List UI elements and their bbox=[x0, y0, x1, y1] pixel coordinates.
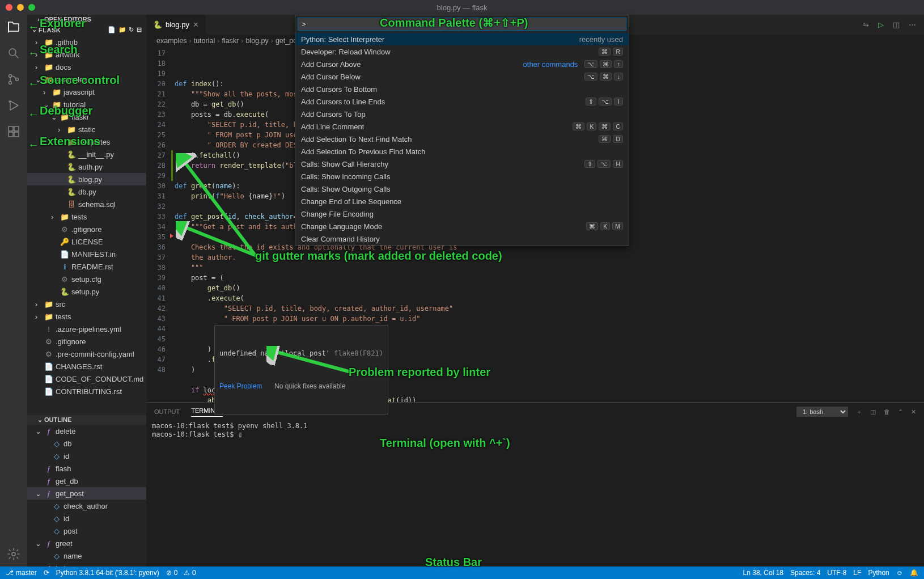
status-encoding[interactable]: UTF-8 bbox=[827, 569, 846, 577]
refresh-icon[interactable]: ↻ bbox=[129, 26, 134, 33]
outline-header[interactable]: ⌄ OUTLINE bbox=[27, 415, 146, 425]
close-panel-icon[interactable]: ✕ bbox=[911, 408, 916, 416]
outline-item[interactable]: ⌄ƒindex bbox=[27, 562, 146, 567]
outline-item[interactable]: ⌄ƒgreet bbox=[27, 537, 146, 550]
terminal-selector[interactable]: 1: bash bbox=[796, 407, 848, 417]
palette-item[interactable]: Calls: Show Outgoing Calls bbox=[295, 183, 629, 195]
split-terminal-icon[interactable]: ◫ bbox=[870, 408, 876, 416]
open-editors-header[interactable]: ›OPEN EDITORS bbox=[27, 15, 146, 24]
tree-item[interactable]: 🐍db.py bbox=[27, 185, 146, 198]
palette-item[interactable]: Add Selection To Previous Find Match bbox=[295, 145, 629, 158]
tree-item[interactable]: ⚙.pre-commit-config.yaml bbox=[27, 348, 146, 360]
peek-problem-link[interactable]: Peek Problem bbox=[219, 382, 262, 390]
tree-item[interactable]: 📄MANIFEST.in bbox=[27, 248, 146, 260]
tree-item[interactable]: 📄CONTRIBUTING.rst bbox=[27, 385, 146, 398]
palette-item[interactable]: Add Cursor Aboveother commands ⌥⌘↑ bbox=[295, 58, 629, 70]
new-file-icon[interactable]: 📄 bbox=[108, 26, 116, 33]
status-language[interactable]: Python bbox=[868, 569, 889, 577]
tree-item[interactable]: ⌄📁flaskr bbox=[27, 111, 146, 123]
more-icon[interactable]: ⋯ bbox=[909, 20, 916, 29]
tree-item[interactable]: ⚙.gitignore bbox=[27, 223, 146, 235]
outline-item[interactable]: ƒflash bbox=[27, 462, 146, 475]
tree-item[interactable]: 📄CODE_OF_CONDUCT.md bbox=[27, 373, 146, 385]
outline-item[interactable]: ⌄ƒdelete bbox=[27, 425, 146, 437]
palette-item[interactable]: Clear Command History bbox=[295, 233, 629, 245]
tree-item[interactable]: ›📁.github bbox=[27, 36, 146, 48]
kill-terminal-icon[interactable]: 🗑 bbox=[884, 408, 890, 415]
palette-item[interactable]: Change File Encoding bbox=[295, 208, 629, 220]
status-python-interpreter[interactable]: Python 3.8.1 64-bit ('3.8.1': pyenv) bbox=[56, 569, 159, 577]
palette-item[interactable]: Python: Select Interpreterrecently used bbox=[295, 33, 629, 45]
tree-item[interactable]: ⌄📁examples bbox=[27, 73, 146, 86]
palette-item[interactable]: Add Cursors to Line Ends⇧⌥I bbox=[295, 95, 629, 108]
palette-item[interactable]: Add Cursors To Top bbox=[295, 108, 629, 120]
status-errors[interactable]: ⊘ 0 ⚠ 0 bbox=[166, 569, 196, 577]
close-window-icon[interactable] bbox=[6, 4, 12, 11]
extensions-icon[interactable] bbox=[7, 125, 20, 138]
breadcrumb-item[interactable]: blog.py bbox=[245, 37, 268, 45]
palette-item[interactable]: Add Cursor Below⌥⌘↓ bbox=[295, 70, 629, 83]
palette-item[interactable]: Change End of Line Sequence bbox=[295, 195, 629, 208]
status-feedback-icon[interactable]: ☺ bbox=[896, 569, 903, 577]
palette-item[interactable]: Add Cursors To Bottom bbox=[295, 83, 629, 95]
palette-item[interactable]: Add Selection To Next Find Match⌘D bbox=[295, 133, 629, 145]
status-indentation[interactable]: Spaces: 4 bbox=[790, 569, 820, 577]
outline-item[interactable]: ◇post bbox=[27, 525, 146, 537]
tree-item[interactable]: ›📁templates bbox=[27, 136, 146, 148]
palette-item[interactable]: Change Language Mode⌘KM bbox=[295, 220, 629, 233]
outline-item[interactable]: ◇id bbox=[27, 512, 146, 525]
maximize-window-icon[interactable] bbox=[28, 4, 35, 11]
explorer-icon[interactable] bbox=[7, 20, 20, 34]
debug-icon[interactable] bbox=[7, 99, 20, 112]
palette-item[interactable]: Calls: Show Incoming Calls bbox=[295, 170, 629, 183]
palette-item[interactable]: Developer: Reload Window⌘R bbox=[295, 45, 629, 58]
tree-item[interactable]: ›📁tests bbox=[27, 310, 146, 323]
source-control-icon[interactable] bbox=[7, 73, 20, 86]
breadcrumb-item[interactable]: tutorial bbox=[194, 37, 215, 45]
outline-item[interactable]: ◇id bbox=[27, 450, 146, 462]
status-eol[interactable]: LF bbox=[853, 569, 861, 577]
close-tab-icon[interactable]: ✕ bbox=[193, 20, 199, 29]
tree-item[interactable]: ›📁static bbox=[27, 123, 146, 136]
tree-item[interactable]: 🐍blog.py bbox=[27, 173, 146, 185]
minimap[interactable] bbox=[862, 47, 924, 402]
split-editor-icon[interactable]: ◫ bbox=[893, 20, 900, 29]
status-git-branch[interactable]: ⎇ master bbox=[6, 569, 37, 577]
search-icon[interactable] bbox=[7, 47, 20, 60]
maximize-panel-icon[interactable]: ⌃ bbox=[898, 408, 903, 416]
tree-item[interactable]: 🐍__init__.py bbox=[27, 148, 146, 160]
palette-item[interactable]: Add Line Comment⌘K⌘C bbox=[295, 120, 629, 133]
tree-item[interactable]: 🔑LICENSE bbox=[27, 235, 146, 248]
compare-changes-icon[interactable]: ⇋ bbox=[863, 20, 869, 29]
tree-item[interactable]: ›📁src bbox=[27, 298, 146, 310]
tree-item[interactable]: ›📁tests bbox=[27, 210, 146, 223]
command-palette-input[interactable] bbox=[298, 18, 626, 31]
breadcrumb-item[interactable]: examples bbox=[156, 37, 187, 45]
panel-tab-output[interactable]: OUTPUT bbox=[154, 408, 180, 415]
tree-item[interactable]: !.azure-pipelines.yml bbox=[27, 323, 146, 335]
palette-item[interactable]: Calls: Show Call Hierarchy⇧⌥H bbox=[295, 158, 629, 170]
tree-item[interactable]: ⚙.gitignore bbox=[27, 335, 146, 348]
outline-item[interactable]: ◇db bbox=[27, 437, 146, 450]
tree-item[interactable]: 🐍setup.py bbox=[27, 285, 146, 298]
outline-item[interactable]: ƒget_db bbox=[27, 475, 146, 487]
breadcrumb-item[interactable]: flaskr bbox=[222, 37, 239, 45]
status-sync[interactable]: ⟳ bbox=[44, 569, 49, 577]
new-folder-icon[interactable]: 📁 bbox=[118, 26, 127, 33]
outline-item[interactable]: ◇name bbox=[27, 550, 146, 562]
status-bell-icon[interactable]: 🔔 bbox=[910, 569, 918, 577]
status-cursor-pos[interactable]: Ln 38, Col 18 bbox=[743, 569, 783, 577]
outline-item[interactable]: ◇check_author bbox=[27, 500, 146, 512]
tree-item[interactable]: ›📁docs bbox=[27, 61, 146, 73]
terminal-body[interactable]: macos-10:flask test$ pyenv shell 3.8.1ma… bbox=[146, 421, 924, 567]
tree-item[interactable]: 🐍auth.py bbox=[27, 160, 146, 173]
tree-item[interactable]: 🗄schema.sql bbox=[27, 198, 146, 210]
tree-item[interactable]: ⚙setup.cfg bbox=[27, 273, 146, 285]
tree-item[interactable]: ⌄📁tutorial bbox=[27, 98, 146, 111]
tree-item[interactable]: ›📁artwork bbox=[27, 48, 146, 61]
tab-blog-py[interactable]: 🐍 blog.py ✕ bbox=[146, 15, 206, 35]
new-terminal-icon[interactable]: ＋ bbox=[856, 408, 862, 416]
collapse-icon[interactable]: ⊟ bbox=[137, 26, 142, 33]
minimize-window-icon[interactable] bbox=[17, 4, 24, 11]
run-icon[interactable]: ▷ bbox=[878, 20, 884, 29]
